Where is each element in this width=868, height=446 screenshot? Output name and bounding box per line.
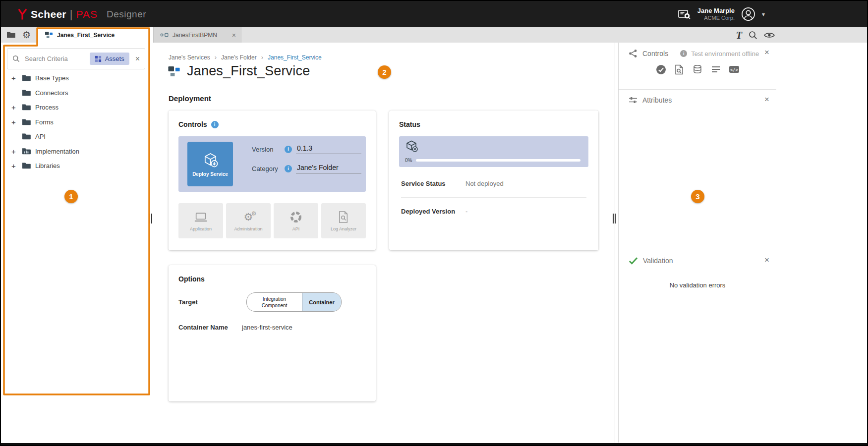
- validation-message: No validation errors: [619, 281, 776, 289]
- close-icon[interactable]: ×: [135, 55, 140, 63]
- tree-item-label: Connectors: [35, 89, 68, 97]
- controls-panel-header: Controls i Test environment offline ×: [619, 43, 776, 58]
- deploy-panel: Deploy Service Version i 0.1.3 Category …: [178, 136, 366, 192]
- panel-resize-handle-right[interactable]: [613, 214, 616, 223]
- category-field-row: Category i Jane's Folder: [252, 164, 361, 173]
- user-org: ACME Corp.: [697, 15, 735, 22]
- page-title-row: Janes_First_Service: [168, 63, 310, 79]
- panel-title: Attributes: [642, 96, 672, 104]
- file-search-icon[interactable]: [674, 64, 685, 75]
- tree-item-libraries[interactable]: + Libraries: [1, 159, 151, 173]
- progress-percent: 0%: [405, 158, 412, 163]
- close-icon[interactable]: ×: [764, 48, 769, 56]
- controls-card: Controls i Deploy Service Version i 0.1: [169, 111, 376, 250]
- right-sidebar: Controls i Test environment offline ×: [618, 43, 776, 443]
- folder-icon: [22, 118, 31, 126]
- close-icon[interactable]: ×: [764, 256, 769, 264]
- expand-icon[interactable]: +: [11, 147, 19, 156]
- deploy-service-label: Deploy Service: [192, 171, 228, 177]
- chevron-right-icon: ›: [261, 54, 263, 61]
- panel-title: Validation: [643, 257, 673, 265]
- category-input[interactable]: Jane's Folder: [296, 164, 361, 173]
- api-icon: [290, 210, 302, 224]
- version-input[interactable]: 0.1.3: [296, 144, 361, 154]
- info-icon[interactable]: i: [285, 146, 292, 153]
- tree-item-api[interactable]: API: [1, 129, 151, 144]
- tree-item-implementation[interactable]: + Implementation: [1, 144, 151, 159]
- bpmn-icon: [160, 32, 169, 38]
- status-rows: Service Status Not deployed Deployed Ver…: [401, 170, 586, 225]
- chevron-right-icon: ›: [215, 54, 217, 61]
- card-title-text: Controls: [178, 120, 207, 128]
- tree-item-process[interactable]: + Process: [1, 100, 151, 115]
- tree-item-forms[interactable]: + Forms: [1, 115, 151, 130]
- tree-item-base-types[interactable]: + Base Types: [1, 71, 151, 86]
- assets-label: Assets: [105, 55, 124, 62]
- tab-janes-first-service[interactable]: Janes_First_Service: [38, 27, 162, 43]
- info-icon[interactable]: i: [285, 165, 292, 172]
- expand-icon[interactable]: +: [11, 74, 19, 82]
- laptop-icon: [194, 210, 208, 224]
- service-icon: [168, 65, 180, 77]
- administration-button[interactable]: ⚙⚙ Administration: [226, 203, 271, 238]
- tree-item-label: Implementation: [35, 148, 79, 155]
- expand-icon[interactable]: +: [11, 162, 19, 170]
- breadcrumb-item[interactable]: Jane's Folder: [221, 54, 257, 61]
- list-icon[interactable]: [710, 64, 721, 75]
- tree-item-label: Libraries: [35, 162, 60, 169]
- deployed-version-row: Deployed Version -: [401, 198, 586, 225]
- gear-icon[interactable]: ⚙: [20, 29, 33, 41]
- expand-icon[interactable]: +: [11, 118, 19, 126]
- validation-panel: Validation × No validation errors: [619, 250, 776, 443]
- button-label: API: [292, 226, 300, 231]
- service-status-label: Service Status: [401, 180, 465, 187]
- deployed-version-label: Deployed Version: [401, 208, 465, 215]
- expand-icon[interactable]: +: [11, 103, 19, 112]
- category-label: Category: [252, 165, 281, 172]
- database-icon[interactable]: [692, 64, 703, 75]
- folder-button[interactable]: [4, 29, 17, 41]
- tree-item-connectors[interactable]: Connectors: [1, 86, 151, 101]
- log-analyzer-button[interactable]: Log Analyzer: [321, 203, 366, 238]
- search-input[interactable]: [24, 55, 86, 63]
- search-icon[interactable]: [749, 31, 757, 40]
- breadcrumb-item-current[interactable]: Janes_First_Service: [268, 54, 322, 61]
- version-field-row: Version i 0.1.3: [252, 144, 361, 154]
- close-icon[interactable]: ×: [764, 95, 769, 104]
- options-card: Options Target Integration Component Con…: [169, 265, 376, 401]
- target-option-integration-component[interactable]: Integration Component: [247, 293, 302, 311]
- folder-icon: [22, 162, 31, 169]
- info-icon[interactable]: i: [211, 121, 219, 128]
- breadcrumb-item[interactable]: Jane's Services: [169, 54, 210, 61]
- doc-search-icon[interactable]: [678, 9, 691, 20]
- status-card: Status 0% Service Status Not deployed: [389, 111, 598, 250]
- deployed-version-value: -: [465, 208, 467, 215]
- avatar[interactable]: [741, 7, 755, 21]
- log-search-icon: [338, 210, 349, 224]
- folder-icon: [22, 133, 31, 140]
- info-icon: i: [680, 50, 687, 57]
- text-tool-icon[interactable]: T: [736, 30, 742, 40]
- assets-icon: [95, 56, 102, 62]
- panel-resize-handle-left[interactable]: [149, 214, 152, 223]
- tree-item-label: API: [35, 133, 46, 140]
- panel-title: Controls: [642, 50, 668, 57]
- sliders-icon: [629, 96, 637, 104]
- card-title-text: Options: [178, 275, 205, 283]
- assets-filter-button[interactable]: Assets: [90, 53, 129, 65]
- api-button[interactable]: API: [274, 203, 318, 238]
- tab-close-icon[interactable]: ×: [232, 32, 236, 39]
- tab-janesfirstbpmn[interactable]: JanesFirstBPMN ×: [153, 27, 241, 43]
- header-right: Jane Marple ACME Corp. ▾: [678, 1, 765, 27]
- eye-icon[interactable]: [764, 32, 775, 39]
- caret-down-icon[interactable]: ▾: [762, 11, 765, 18]
- deploy-package-icon: [202, 152, 219, 168]
- attributes-panel-header: Attributes ×: [619, 90, 776, 104]
- folder-icon: [22, 89, 31, 97]
- controls-toolbar: </>: [619, 64, 776, 75]
- check-circle-icon[interactable]: [655, 64, 666, 75]
- deploy-service-button[interactable]: Deploy Service: [187, 142, 233, 186]
- code-tag-icon[interactable]: </>: [729, 64, 740, 75]
- application-button[interactable]: Application: [178, 203, 223, 238]
- target-option-container[interactable]: Container: [302, 293, 341, 311]
